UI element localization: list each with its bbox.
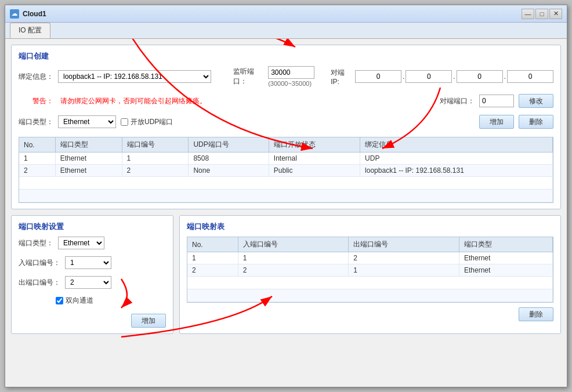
cell-port-no: 1 bbox=[122, 153, 189, 165]
mapping-btn-row: 增加 bbox=[19, 314, 166, 328]
main-content: 端口创建 绑定信息： loopback1 -- IP: 192.168.58.1… bbox=[5, 39, 567, 387]
remote-port-input[interactable] bbox=[479, 95, 514, 107]
map-cell-in: 1 bbox=[238, 252, 349, 264]
port-type-label: 端口类型： bbox=[19, 117, 53, 127]
col-binding: 绑定信息 bbox=[360, 137, 553, 153]
cell-open-status: Internal bbox=[269, 153, 360, 165]
open-udp-label[interactable]: 开放UDP端口 bbox=[121, 117, 173, 127]
ip-part-1[interactable] bbox=[355, 70, 401, 83]
map-cell-out: 1 bbox=[349, 264, 459, 277]
warning-row: 警告： 请勿绑定公网网卡，否则可能会引起网络瘫痪。 对端端口： 修改 bbox=[19, 94, 553, 108]
open-udp-checkbox[interactable] bbox=[121, 118, 128, 126]
ip-part-4[interactable] bbox=[507, 70, 553, 83]
bidirectional-label[interactable]: 双向通道 bbox=[56, 296, 93, 306]
remote-ip-group: . . . bbox=[355, 70, 553, 83]
map-col-out: 出端口编号 bbox=[349, 237, 459, 252]
listen-port-label: 监听端口： bbox=[233, 67, 263, 86]
in-port-select[interactable]: 1 2 bbox=[65, 256, 111, 269]
col-type: 端口类型 bbox=[55, 137, 122, 153]
delete-mapping-button[interactable]: 删除 bbox=[519, 307, 553, 321]
map-cell-in: 2 bbox=[238, 264, 349, 277]
port-type-select[interactable]: Ethernet bbox=[58, 115, 116, 128]
listen-port-input[interactable]: 30000 bbox=[268, 66, 314, 79]
map-cell-type: Ethernet bbox=[459, 264, 553, 277]
app-icon: ☁ bbox=[10, 9, 19, 19]
port-table-container: No. 端口类型 端口编号 UDP端口号 端口开放状态 绑定信息 1 Ether… bbox=[19, 137, 553, 203]
mapping-delete-row: 删除 bbox=[187, 307, 553, 321]
mapping-table: No. 入端口编号 出端口编号 端口类型 1 1 2 Ether bbox=[187, 237, 553, 302]
port-mapping-table-section: 端口映射表 No. 入端口编号 出端口编号 端口类型 bbox=[179, 215, 561, 334]
cell-open-status: Public bbox=[269, 165, 360, 177]
delete-port-button[interactable]: 删除 bbox=[519, 115, 553, 129]
map-col-type: 端口类型 bbox=[459, 237, 553, 252]
cell-port-no: 2 bbox=[122, 165, 189, 177]
mapping-type-label: 端口类型： bbox=[19, 238, 53, 248]
table-row-empty bbox=[187, 277, 553, 289]
map-col-in: 入端口编号 bbox=[238, 237, 349, 252]
cell-udp-port: 8508 bbox=[189, 153, 269, 165]
mapping-type-row: 端口类型： Ethernet bbox=[19, 237, 166, 249]
title-bar: ☁ Cloud1 — □ ✕ bbox=[5, 5, 567, 23]
mapping-type-select[interactable]: Ethernet bbox=[58, 237, 104, 249]
bidirectional-row: 双向通道 bbox=[19, 296, 166, 306]
col-udp-port: UDP端口号 bbox=[189, 137, 269, 153]
add-port-button[interactable]: 增加 bbox=[479, 115, 514, 129]
in-port-row: 入端口编号： 1 2 bbox=[19, 256, 166, 269]
port-table: No. 端口类型 端口编号 UDP端口号 端口开放状态 绑定信息 1 Ether… bbox=[19, 137, 553, 202]
close-button[interactable]: ✕ bbox=[549, 9, 562, 19]
map-cell-type: Ethernet bbox=[459, 252, 553, 264]
col-port-no: 端口编号 bbox=[122, 137, 189, 153]
map-cell-no: 2 bbox=[187, 264, 238, 277]
window-title: Cloud1 bbox=[23, 10, 46, 18]
out-port-row: 出端口编号： 1 2 bbox=[19, 276, 166, 289]
port-creation-section: 端口创建 绑定信息： loopback1 -- IP: 192.168.58.1… bbox=[11, 45, 561, 209]
ip-part-3[interactable] bbox=[457, 70, 503, 83]
map-col-no: No. bbox=[187, 237, 238, 252]
table-row-empty bbox=[19, 177, 553, 190]
bottom-sections: 端口映射设置 端口类型： Ethernet 入端口编号： 1 2 bbox=[11, 215, 561, 334]
cell-type: Ethernet bbox=[55, 153, 122, 165]
in-port-label: 入端口编号： bbox=[19, 258, 60, 268]
mapping-table-header: No. 入端口编号 出端口编号 端口类型 bbox=[187, 237, 553, 252]
cell-no: 1 bbox=[19, 153, 55, 165]
binding-row: 绑定信息： loopback1 -- IP: 192.168.58.131 监听… bbox=[19, 66, 553, 87]
tab-bar: IO 配置 bbox=[5, 23, 567, 39]
bidirectional-checkbox[interactable] bbox=[56, 297, 63, 304]
minimize-button[interactable]: — bbox=[522, 9, 534, 19]
table-row[interactable]: 1 1 2 Ethernet bbox=[187, 252, 553, 264]
tab-io-config[interactable]: IO 配置 bbox=[10, 23, 50, 38]
binding-select[interactable]: loopback1 -- IP: 192.168.58.131 bbox=[58, 70, 211, 83]
table-row-empty bbox=[19, 190, 553, 202]
table-row[interactable]: 2 2 1 Ethernet bbox=[187, 264, 553, 277]
port-table-header: No. 端口类型 端口编号 UDP端口号 端口开放状态 绑定信息 bbox=[19, 137, 553, 153]
cell-no: 2 bbox=[19, 165, 55, 177]
map-cell-no: 1 bbox=[187, 252, 238, 264]
cell-udp-port: None bbox=[189, 165, 269, 177]
warning-text: 请勿绑定公网网卡，否则可能会引起网络瘫痪。 bbox=[60, 96, 207, 106]
out-port-label: 出端口编号： bbox=[19, 278, 60, 288]
add-mapping-button[interactable]: 增加 bbox=[131, 314, 166, 328]
port-type-row: 端口类型： Ethernet 开放UDP端口 增加 删除 bbox=[19, 115, 553, 129]
maximize-button[interactable]: □ bbox=[535, 9, 548, 19]
port-mapping-table-title: 端口映射表 bbox=[187, 222, 553, 232]
listen-port-hint: (30000~35000) bbox=[268, 80, 314, 87]
remote-ip-label: 对端IP: bbox=[331, 68, 350, 86]
port-mapping-settings-section: 端口映射设置 端口类型： Ethernet 入端口编号： 1 2 bbox=[11, 215, 173, 334]
table-row[interactable]: 2 Ethernet 2 None Public loopback1 -- IP… bbox=[19, 165, 553, 177]
table-row[interactable]: 1 Ethernet 1 8508 Internal UDP bbox=[19, 153, 553, 165]
col-open-status: 端口开放状态 bbox=[269, 137, 360, 153]
table-row-empty bbox=[187, 289, 553, 302]
remote-port-label: 对端端口： bbox=[440, 96, 475, 106]
modify-button[interactable]: 修改 bbox=[519, 94, 553, 108]
mapping-table-container: No. 入端口编号 出端口编号 端口类型 1 1 2 Ether bbox=[187, 237, 553, 303]
cell-binding: UDP bbox=[360, 153, 553, 165]
port-mapping-settings-title: 端口映射设置 bbox=[19, 222, 166, 232]
ip-part-2[interactable] bbox=[406, 70, 452, 83]
binding-label: 绑定信息： bbox=[19, 72, 53, 82]
cell-type: Ethernet bbox=[55, 165, 122, 177]
main-window: ☁ Cloud1 — □ ✕ IO 配置 端口创建 绑定信息： loopback… bbox=[5, 5, 567, 387]
out-port-select[interactable]: 1 2 bbox=[65, 276, 111, 289]
col-no: No. bbox=[19, 137, 55, 153]
warning-prefix: 警告： bbox=[19, 96, 53, 106]
port-creation-title: 端口创建 bbox=[19, 51, 553, 61]
